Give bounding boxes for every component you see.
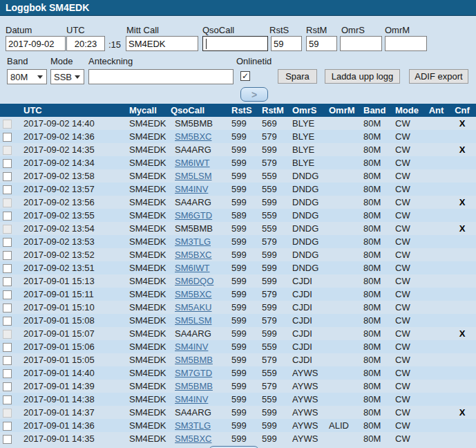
qsocall-text: SA4ARG	[175, 197, 211, 207]
qsocall-link[interactable]: SM3TLG	[175, 236, 211, 247]
qso-call-input[interactable]	[202, 36, 268, 51]
qsocall-link[interactable]: SM4INV	[175, 394, 208, 404]
ladda-upp-logg-button[interactable]: Ladda upp logg	[325, 69, 400, 84]
qsocall-link[interactable]: SM6IWT	[175, 263, 210, 273]
row-checkbox[interactable]	[3, 395, 12, 404]
row-checkbox[interactable]	[3, 159, 12, 168]
cell-rstm: 599	[259, 274, 289, 288]
table-row: 2017-09-02 13:53SM4EDKSM3TLG599579DNDG80…	[0, 235, 476, 248]
rst-s-label: RstS	[269, 25, 289, 35]
cell-qsocall: SM4INV	[168, 393, 229, 406]
row-checkbox[interactable]	[3, 382, 12, 391]
cell-qsocall: SM4INV	[168, 183, 229, 196]
cell-rsts: 599	[229, 393, 259, 406]
row-checkbox[interactable]	[3, 185, 12, 194]
row-checkbox[interactable]	[3, 343, 12, 352]
cell-mode: CW	[392, 380, 424, 393]
header-omrs: OmrS	[289, 104, 326, 117]
cell-mycall: SM4EDK	[126, 196, 168, 209]
row-checkbox-cell	[0, 130, 21, 143]
qsocall-link[interactable]: SM5BMB	[175, 381, 213, 391]
cell-qsocall: SM5BXC	[168, 248, 229, 261]
datum-input[interactable]	[6, 36, 66, 51]
next-page-button[interactable]: >	[240, 87, 268, 102]
rst-m-input[interactable]	[306, 36, 337, 51]
table-row: 2017-09-02 14:34SM4EDKSM6IWT599579BLYE80…	[0, 156, 476, 169]
cell-ant	[424, 327, 448, 340]
row-checkbox[interactable]	[3, 290, 12, 299]
cell-rsts: 599	[229, 130, 259, 143]
band-select[interactable]: 80M	[7, 69, 47, 84]
qsocall-link[interactable]: SM6DQO	[175, 276, 213, 286]
cell-mode: CW	[392, 288, 424, 301]
qsocall-link[interactable]: SM5BMB	[175, 355, 213, 365]
row-checkbox[interactable]	[3, 172, 12, 181]
row-checkbox[interactable]	[3, 369, 12, 378]
cell-band: 80M	[361, 183, 392, 196]
qsocall-link[interactable]: SM5BXC	[175, 289, 211, 299]
adif-export-button[interactable]: ADIF export	[409, 69, 468, 84]
row-checkbox[interactable]	[3, 133, 12, 142]
row-checkbox[interactable]	[3, 356, 12, 365]
cell-mode: CW	[392, 183, 424, 196]
spara-button[interactable]: Spara	[278, 69, 317, 84]
logbook-window: Loggbok SM4EDK Datum UTC Mitt Call QsoCa…	[0, 0, 476, 448]
qsocall-link[interactable]: SM4INV	[175, 184, 208, 194]
table-row: 2017-09-01 14:35SM4EDKSM5BXC599599AYWS80…	[0, 432, 476, 445]
row-checkbox[interactable]	[3, 212, 12, 221]
cell-mode: CW	[392, 169, 424, 183]
rst-s-input[interactable]	[271, 36, 302, 51]
row-checkbox[interactable]	[3, 238, 12, 247]
cell-rstm: 559	[259, 222, 289, 235]
qsocall-link[interactable]: SM5BXC	[175, 250, 211, 260]
mode-select[interactable]: SSB	[50, 69, 84, 84]
qsocall-link[interactable]: SM5BXC	[175, 131, 211, 142]
cell-omrm	[326, 432, 361, 445]
cell-band: 80M	[361, 353, 392, 366]
qsocall-link[interactable]: SM6GTD	[175, 210, 212, 221]
cell-band: 80M	[361, 222, 392, 235]
cell-cnf	[448, 340, 476, 353]
cell-cnf	[448, 301, 476, 314]
cell-cnf	[448, 235, 476, 248]
cell-omrs: CJDI	[289, 340, 326, 353]
cell-omrs: DNDG	[289, 209, 326, 222]
qsocall-link[interactable]: SM5LSM	[175, 171, 211, 181]
row-checkbox[interactable]	[3, 251, 12, 260]
cell-mode: CW	[392, 393, 424, 406]
anteckning-input[interactable]	[88, 69, 234, 84]
qsocall-link[interactable]: SM7GTD	[175, 368, 212, 378]
cell-band: 80M	[361, 248, 392, 261]
mitt-call-input[interactable]	[126, 36, 198, 51]
omr-s-input[interactable]	[340, 36, 382, 51]
qsocall-link[interactable]: SM5BXC	[175, 433, 211, 444]
row-checkbox[interactable]	[3, 422, 12, 431]
row-checkbox[interactable]	[3, 435, 12, 444]
cell-rstm: 579	[259, 380, 289, 393]
utc-input[interactable]	[66, 36, 105, 51]
cell-ant	[424, 314, 448, 327]
cell-ant	[424, 288, 448, 301]
row-checkbox[interactable]	[3, 317, 12, 326]
row-checkbox[interactable]	[3, 304, 12, 312]
qsocall-link[interactable]: SM5AKU	[175, 302, 211, 312]
qsocall-link[interactable]: SM6IWT	[175, 158, 210, 168]
cell-rstm: 579	[259, 353, 289, 366]
cell-omrs: CJDI	[289, 314, 326, 327]
cell-mode: CW	[392, 248, 424, 261]
cell-mode: CW	[392, 156, 424, 169]
row-checkbox-cell	[0, 235, 21, 248]
table-row: 2017-09-02 13:52SM4EDKSM5BXC599599DNDG80…	[0, 248, 476, 261]
qsocall-link[interactable]: SM5LSM	[175, 315, 211, 326]
onlinetid-checkbox[interactable]: ✓	[240, 71, 250, 81]
cell-rsts: 599	[229, 432, 259, 445]
cell-rstm: 559	[259, 393, 289, 406]
omr-m-input[interactable]	[385, 36, 427, 51]
row-checkbox[interactable]	[3, 264, 12, 273]
cell-mode: CW	[392, 301, 424, 314]
qsocall-link[interactable]: SM3TLG	[175, 420, 211, 431]
qsocall-link[interactable]: SM4INV	[175, 342, 208, 352]
cell-mycall: SM4EDK	[126, 183, 168, 196]
cell-rstm: 579	[259, 314, 289, 327]
row-checkbox[interactable]	[3, 277, 12, 286]
